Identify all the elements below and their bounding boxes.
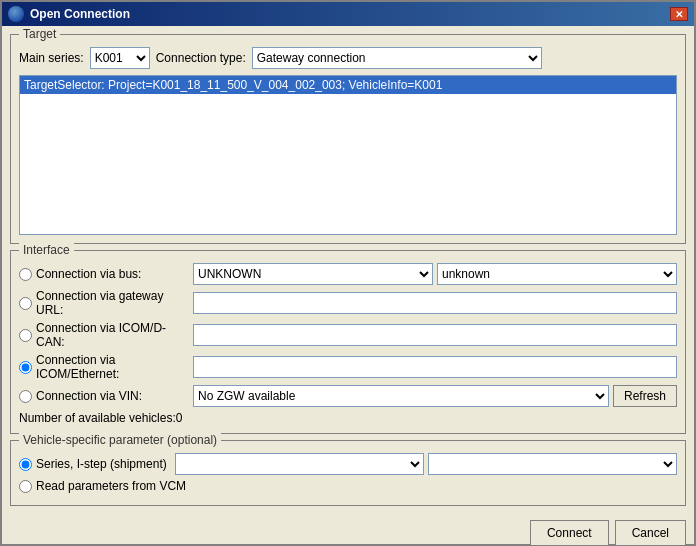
interface-group-label: Interface bbox=[19, 243, 74, 257]
bus-label-text: Connection via bus: bbox=[36, 267, 141, 281]
vin-radio[interactable] bbox=[19, 390, 32, 403]
window-title: Open Connection bbox=[30, 7, 130, 21]
connection-type-select[interactable]: Gateway connection Direct connection bbox=[252, 47, 542, 69]
icom-eth-input[interactable]: tcp://169.254.92.38:52410 bbox=[193, 356, 677, 378]
interface-row-icom-eth: Connection via ICOM/Ethernet: tcp://169.… bbox=[19, 353, 677, 381]
bus-label: Connection via bus: bbox=[19, 267, 189, 281]
vehicle-series-row: Series, I-step (shipment) bbox=[19, 453, 677, 475]
read-label: Read parameters from VCM bbox=[19, 479, 186, 493]
main-series-label: Main series: bbox=[19, 51, 84, 65]
target-list-item[interactable]: TargetSelector: Project=K001_18_11_500_V… bbox=[20, 76, 676, 94]
interface-group: Interface Connection via bus: UNKNOWN un… bbox=[10, 250, 686, 434]
series-label-text: Series, I-step (shipment) bbox=[36, 457, 167, 471]
connection-type-label: Connection type: bbox=[156, 51, 246, 65]
connect-button[interactable]: Connect bbox=[530, 520, 609, 546]
bus-select2[interactable]: unknown bbox=[437, 263, 677, 285]
target-group-label: Target bbox=[19, 27, 60, 41]
main-series-select[interactable]: K001 E-Series F-Series bbox=[90, 47, 150, 69]
title-bar: Open Connection ✕ bbox=[2, 2, 694, 26]
vin-row-inner: No ZGW available Refresh bbox=[193, 385, 677, 407]
icom-dcan-label-text: Connection via ICOM/D-CAN: bbox=[36, 321, 189, 349]
available-count: Number of available vehicles:0 bbox=[19, 411, 677, 425]
read-label-text: Read parameters from VCM bbox=[36, 479, 186, 493]
content-area: Target Main series: K001 E-Series F-Seri… bbox=[2, 26, 694, 514]
icom-dcan-input[interactable]: tcp://127.0.0.1:52410 bbox=[193, 324, 677, 346]
icom-eth-label-text: Connection via ICOM/Ethernet: bbox=[36, 353, 189, 381]
vin-label: Connection via VIN: bbox=[19, 389, 189, 403]
vehicle-group: Vehicle-specific parameter (optional) Se… bbox=[10, 440, 686, 506]
icom-eth-radio[interactable] bbox=[19, 361, 32, 374]
vehicle-series-select1[interactable] bbox=[175, 453, 424, 475]
gateway-label: Connection via gateway URL: bbox=[19, 289, 189, 317]
series-radio-label: Series, I-step (shipment) bbox=[19, 457, 167, 471]
bmw-icon bbox=[8, 6, 24, 22]
series-radio[interactable] bbox=[19, 458, 32, 471]
gateway-radio[interactable] bbox=[19, 297, 32, 310]
bus-select1[interactable]: UNKNOWN bbox=[193, 263, 433, 285]
close-button[interactable]: ✕ bbox=[670, 7, 688, 21]
bus-radio[interactable] bbox=[19, 268, 32, 281]
gateway-input[interactable]: tcp://127.0.0.1:6801 bbox=[193, 292, 677, 314]
interface-row-icom-dcan: Connection via ICOM/D-CAN: tcp://127.0.0… bbox=[19, 321, 677, 349]
bottom-bar: Connect Cancel bbox=[2, 514, 694, 546]
icom-dcan-radio[interactable] bbox=[19, 329, 32, 342]
interface-row-gateway: Connection via gateway URL: tcp://127.0.… bbox=[19, 289, 677, 317]
refresh-button[interactable]: Refresh bbox=[613, 385, 677, 407]
target-header: Main series: K001 E-Series F-Series Conn… bbox=[19, 47, 677, 69]
title-bar-left: Open Connection bbox=[8, 6, 130, 22]
interface-row-vin: Connection via VIN: No ZGW available Ref… bbox=[19, 385, 677, 407]
vehicle-series-select2[interactable] bbox=[428, 453, 677, 475]
vehicle-read-row: Read parameters from VCM bbox=[19, 479, 677, 493]
read-radio[interactable] bbox=[19, 480, 32, 493]
icom-eth-label: Connection via ICOM/Ethernet: bbox=[19, 353, 189, 381]
vin-label-text: Connection via VIN: bbox=[36, 389, 142, 403]
icom-dcan-label: Connection via ICOM/D-CAN: bbox=[19, 321, 189, 349]
main-window: Open Connection ✕ Target Main series: K0… bbox=[0, 0, 696, 546]
target-group: Target Main series: K001 E-Series F-Seri… bbox=[10, 34, 686, 244]
vehicle-group-label: Vehicle-specific parameter (optional) bbox=[19, 433, 221, 447]
interface-row-bus: Connection via bus: UNKNOWN unknown bbox=[19, 263, 677, 285]
bus-selects: UNKNOWN unknown bbox=[193, 263, 677, 285]
target-list[interactable]: TargetSelector: Project=K001_18_11_500_V… bbox=[19, 75, 677, 235]
cancel-button[interactable]: Cancel bbox=[615, 520, 686, 546]
vehicle-selects bbox=[175, 453, 677, 475]
gateway-label-text: Connection via gateway URL: bbox=[36, 289, 189, 317]
vin-select[interactable]: No ZGW available bbox=[193, 385, 609, 407]
